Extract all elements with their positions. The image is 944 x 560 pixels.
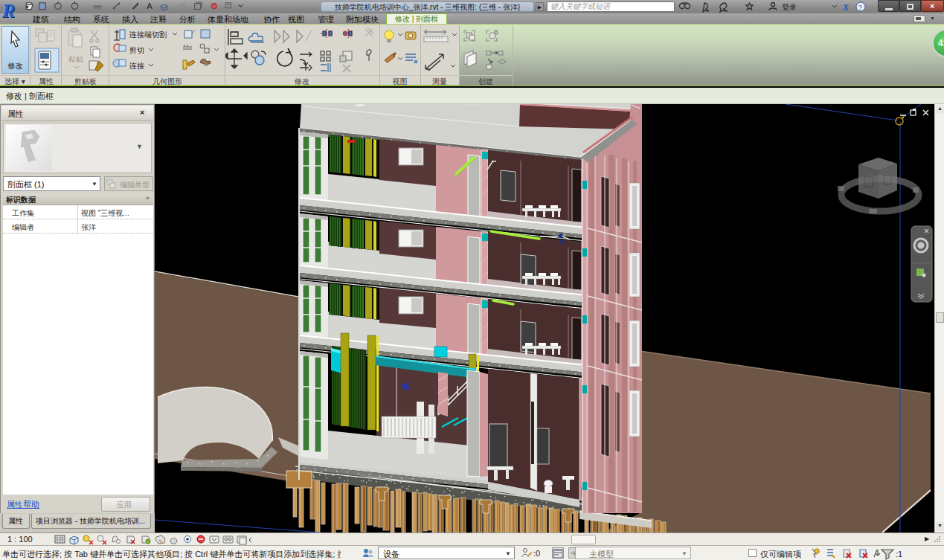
svg-text:剪切: 剪切 — [129, 46, 144, 54]
svg-text:登录: 登录 — [782, 3, 797, 11]
svg-text:连接: 连接 — [129, 62, 144, 70]
svg-text:粘贴: 粘贴 — [68, 55, 83, 63]
svg-text:A: A — [147, 1, 152, 10]
svg-text:X: X — [842, 2, 850, 13]
svg-text:连接端切割: 连接端切割 — [129, 30, 167, 39]
svg-text:?: ? — [858, 4, 862, 11]
